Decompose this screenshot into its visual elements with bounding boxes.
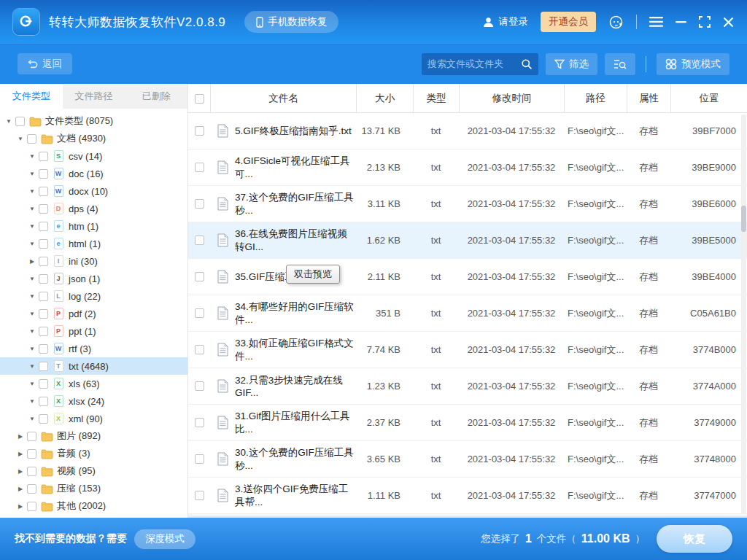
tree-item-其他[interactable]: ▶其他 (2002) xyxy=(0,497,187,515)
column-header-location[interactable]: 位置 xyxy=(670,84,747,113)
table-row[interactable]: 30.这个免费的GIF压缩工具秒...3.65 KBtxt2021-03-04 … xyxy=(188,441,747,478)
tree-item-xls[interactable]: ▼Xxls (63) xyxy=(0,375,187,392)
row-checkbox[interactable] xyxy=(195,236,204,245)
tree-checkbox[interactable] xyxy=(27,134,36,144)
row-checkbox[interactable] xyxy=(195,272,204,281)
vip-button[interactable]: 开通会员 xyxy=(541,12,596,32)
collapse-arrow-icon[interactable]: ▼ xyxy=(28,346,36,352)
row-checkbox[interactable] xyxy=(195,199,204,209)
phone-recovery-button[interactable]: 手机数据恢复 xyxy=(244,11,338,33)
tree-item-docx[interactable]: ▼Wdocx (10) xyxy=(0,182,187,200)
minimize-icon[interactable] xyxy=(676,17,686,27)
column-header-filename[interactable]: 文件名 xyxy=(210,84,356,113)
expand-arrow-icon[interactable]: ▶ xyxy=(16,451,25,457)
expand-arrow-icon[interactable]: ▶ xyxy=(16,486,25,492)
tree-item-txt[interactable]: ▼Ttxt (4648) xyxy=(0,357,187,375)
collapse-arrow-icon[interactable]: ▼ xyxy=(28,311,36,317)
collapse-arrow-icon[interactable]: ▼ xyxy=(28,381,36,387)
sidebar-tab-2[interactable]: 文件路径 xyxy=(63,84,125,109)
collapse-arrow-icon[interactable]: ▼ xyxy=(28,276,36,282)
table-row[interactable]: 33.如何正确压缩GIF格式文件...7.74 KBtxt2021-03-04 … xyxy=(188,332,747,368)
row-checkbox[interactable] xyxy=(195,126,204,136)
tree-checkbox[interactable] xyxy=(39,414,48,424)
tree-checkbox[interactable] xyxy=(39,397,48,406)
login-button[interactable]: 请登录 xyxy=(482,15,529,28)
tree-item-音频[interactable]: ▶音频 (3) xyxy=(0,445,187,462)
row-checkbox[interactable] xyxy=(195,381,204,391)
tree-checkbox[interactable] xyxy=(27,467,36,476)
table-row[interactable]: 4.GIFSicle可视化压缩工具可...2.13 KBtxt2021-03-0… xyxy=(188,149,747,186)
tree-checkbox[interactable] xyxy=(39,309,48,319)
tree-item-文件类型[interactable]: ▼文件类型 (8075) xyxy=(0,112,187,130)
expand-arrow-icon[interactable]: ▶ xyxy=(16,433,25,440)
tree-item-ini[interactable]: ▶Iini (30) xyxy=(0,252,187,270)
collapse-arrow-icon[interactable]: ▼ xyxy=(16,136,25,142)
collapse-arrow-icon[interactable]: ▼ xyxy=(4,118,13,125)
expand-arrow-icon[interactable]: ▶ xyxy=(16,503,25,510)
tree-item-压缩[interactable]: ▶压缩 (153) xyxy=(0,480,187,497)
advanced-search-button[interactable] xyxy=(605,53,635,75)
row-checkbox[interactable] xyxy=(195,491,204,500)
tree-checkbox[interactable] xyxy=(27,449,36,459)
table-row[interactable]: 34.有哪些好用的GIF压缩软件...351 Btxt2021-03-04 17… xyxy=(188,295,747,332)
menu-icon[interactable] xyxy=(649,17,663,27)
select-all-checkbox[interactable] xyxy=(195,94,204,104)
tree-checkbox[interactable] xyxy=(39,187,48,196)
column-header-type[interactable]: 类型 xyxy=(413,84,459,113)
tree-checkbox[interactable] xyxy=(39,362,48,371)
table-row[interactable]: 35.GIF压缩工具更快捷2.11 KBtxt2021-03-04 17:55:… xyxy=(188,259,747,295)
column-header-modified[interactable]: 修改时间 xyxy=(459,84,564,113)
tree-checkbox[interactable] xyxy=(39,344,48,354)
row-checkbox[interactable] xyxy=(195,308,204,318)
collapse-arrow-icon[interactable]: ▼ xyxy=(28,153,36,160)
table-row[interactable]: 36.在线免费图片压缩视频转GI...1.62 KBtxt2021-03-04 … xyxy=(188,222,747,259)
column-header-size[interactable]: 大小 xyxy=(356,84,413,113)
tree-checkbox[interactable] xyxy=(39,204,48,214)
tree-item-html[interactable]: ▼ehtml (1) xyxy=(0,235,187,252)
tree-item-doc[interactable]: ▼Wdoc (16) xyxy=(0,165,187,182)
tree-checkbox[interactable] xyxy=(27,432,36,441)
search-icon[interactable] xyxy=(521,58,533,70)
row-checkbox[interactable] xyxy=(195,454,204,464)
search-input[interactable] xyxy=(427,58,521,69)
back-button[interactable]: 返回 xyxy=(18,53,72,74)
collapse-arrow-icon[interactable]: ▼ xyxy=(28,363,36,370)
deep-mode-button[interactable]: 深度模式 xyxy=(134,529,196,549)
collapse-arrow-icon[interactable]: ▼ xyxy=(28,293,36,300)
table-row[interactable]: 37.这个免费的GIF压缩工具秒...3.11 KBtxt2021-03-04 … xyxy=(188,186,747,222)
collapse-arrow-icon[interactable]: ▼ xyxy=(28,188,36,195)
preview-mode-button[interactable]: 预览模式 xyxy=(657,53,729,75)
tree-item-csv[interactable]: ▼Scsv (14) xyxy=(0,147,187,165)
tree-item-xml[interactable]: ▼Xxml (90) xyxy=(0,410,187,427)
column-header-path[interactable]: 路径 xyxy=(564,84,627,113)
tree-checkbox[interactable] xyxy=(39,274,48,284)
tree-checkbox[interactable] xyxy=(39,222,48,231)
collapse-arrow-icon[interactable]: ▼ xyxy=(28,328,36,335)
maximize-icon[interactable] xyxy=(699,16,711,28)
tree-item-json[interactable]: ▼Jjson (1) xyxy=(0,270,187,287)
collapse-arrow-icon[interactable]: ▼ xyxy=(28,223,36,230)
tree-item-xlsx[interactable]: ▼Xxlsx (24) xyxy=(0,392,187,410)
collapse-arrow-icon[interactable]: ▼ xyxy=(28,398,36,405)
collapse-arrow-icon[interactable]: ▼ xyxy=(28,241,36,247)
recover-button[interactable]: 恢复 xyxy=(657,525,732,553)
tree-checkbox[interactable] xyxy=(27,484,36,494)
tree-checkbox[interactable] xyxy=(39,292,48,301)
tree-item-文档[interactable]: ▼文档 (4930) xyxy=(0,130,187,147)
tree-checkbox[interactable] xyxy=(39,239,48,249)
table-scrollbar-thumb[interactable] xyxy=(741,206,746,232)
tree-checkbox[interactable] xyxy=(39,327,48,336)
tree-item-pdf[interactable]: ▼Ppdf (2) xyxy=(0,305,187,322)
tree-item-图片[interactable]: ▶图片 (892) xyxy=(0,427,187,445)
tree-checkbox[interactable] xyxy=(39,152,48,161)
row-checkbox[interactable] xyxy=(195,418,204,427)
tree-item-log[interactable]: ▼Llog (22) xyxy=(0,287,187,305)
table-row[interactable]: 5.GIF终极压缩指南知乎.txt13.71 KBtxt2021-03-04 1… xyxy=(188,113,747,149)
tree-item-rtf[interactable]: ▼Wrtf (3) xyxy=(0,340,187,357)
tree-item-dps[interactable]: ▼Ddps (4) xyxy=(0,200,187,217)
tree-checkbox[interactable] xyxy=(27,502,36,511)
table-row[interactable]: 3.送你四个GIF免费压缩工具帮...1.11 KBtxt2021-03-04 … xyxy=(188,478,747,514)
collapse-arrow-icon[interactable]: ▼ xyxy=(28,416,36,422)
tree-item-htm[interactable]: ▼ehtm (1) xyxy=(0,217,187,235)
tree-item-ppt[interactable]: ▼Pppt (1) xyxy=(0,322,187,340)
